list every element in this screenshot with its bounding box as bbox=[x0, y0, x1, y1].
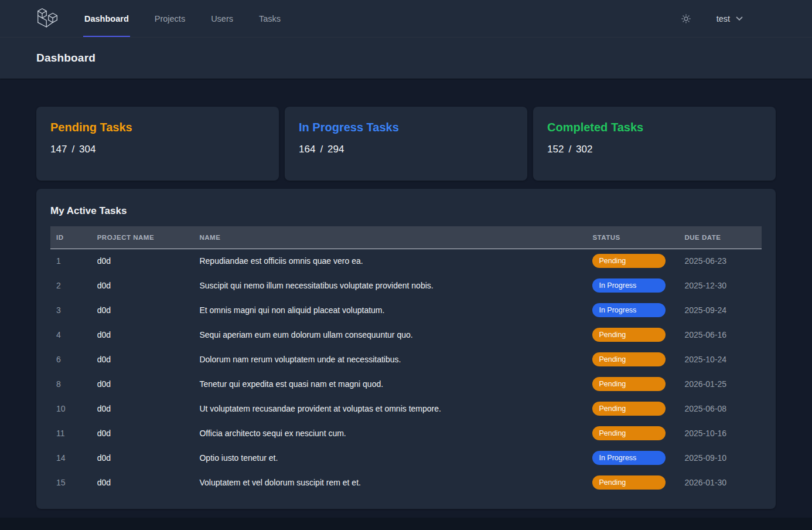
cell-due-date: 2025-06-08 bbox=[679, 396, 762, 421]
nav-links: DashboardProjectsUsersTasks bbox=[83, 0, 282, 37]
cell-task-name: Tenetur qui expedita est quasi nam et ma… bbox=[193, 372, 586, 396]
cell-id: 14 bbox=[50, 446, 91, 470]
cell-due-date: 2025-09-10 bbox=[679, 446, 762, 470]
cell-task-name: Dolorum nam rerum voluptatem unde at nec… bbox=[193, 347, 586, 372]
cell-task-name: Repudiandae est officiis omnis quae vero… bbox=[193, 249, 586, 273]
table-row[interactable]: 3 d0d Et omnis magni qui non aliquid pla… bbox=[50, 298, 762, 322]
table-header-row: ID PROJECT NAME NAME STATUS DUE DATE bbox=[50, 226, 762, 249]
cell-id: 4 bbox=[50, 322, 91, 347]
cell-project-name: d0d bbox=[91, 322, 194, 347]
user-menu-button[interactable]: test bbox=[717, 14, 743, 23]
cell-status: Pending bbox=[586, 347, 678, 372]
column-header-due-date: DUE DATE bbox=[679, 226, 762, 249]
cell-task-name: Officia architecto sequi ex nesciunt cum… bbox=[193, 421, 586, 446]
stat-separator: / bbox=[71, 144, 74, 155]
page-title: Dashboard bbox=[36, 52, 776, 64]
status-badge: In Progress bbox=[592, 303, 666, 317]
cell-id: 10 bbox=[50, 396, 91, 421]
status-badge: In Progress bbox=[592, 278, 666, 293]
table-row[interactable]: 6 d0d Dolorum nam rerum voluptatem unde … bbox=[50, 347, 762, 372]
cell-due-date: 2025-06-16 bbox=[679, 322, 762, 347]
stat-card-title: Pending Tasks bbox=[50, 121, 265, 134]
cell-task-name: Sequi aperiam eum eum dolorum ullam cons… bbox=[193, 322, 586, 347]
cell-status: Pending bbox=[586, 372, 678, 396]
cell-id: 1 bbox=[50, 249, 91, 273]
top-navbar: DashboardProjectsUsersTasks test bbox=[0, 0, 812, 38]
theme-toggle-button[interactable] bbox=[680, 13, 692, 25]
stat-card-title: Completed Tasks bbox=[547, 121, 762, 134]
cell-status: In Progress bbox=[586, 446, 678, 470]
cell-status: In Progress bbox=[586, 298, 678, 322]
chevron-down-icon bbox=[736, 16, 743, 21]
nav-item-tasks[interactable]: Tasks bbox=[258, 0, 282, 37]
nav-item-projects[interactable]: Projects bbox=[153, 0, 186, 37]
column-header-status: STATUS bbox=[586, 226, 678, 249]
nav-item-dashboard[interactable]: Dashboard bbox=[83, 0, 130, 37]
cell-id: 2 bbox=[50, 273, 91, 298]
cell-id: 11 bbox=[50, 421, 91, 446]
status-badge: Pending bbox=[592, 377, 666, 391]
stat-cards: Pending Tasks 147 / 304 In Progress Task… bbox=[36, 107, 776, 181]
stat-count: 164 bbox=[299, 144, 315, 155]
cell-project-name: d0d bbox=[91, 446, 194, 470]
cell-status: Pending bbox=[586, 470, 678, 495]
cell-id: 15 bbox=[50, 470, 91, 495]
stat-card-value: 152 / 302 bbox=[547, 144, 762, 155]
nav-item-users[interactable]: Users bbox=[210, 0, 234, 37]
stat-total: 304 bbox=[79, 144, 95, 155]
cell-due-date: 2025-06-23 bbox=[679, 249, 762, 273]
cell-project-name: d0d bbox=[91, 249, 194, 273]
stat-card-pending-tasks: Pending Tasks 147 / 304 bbox=[36, 107, 279, 181]
cell-project-name: d0d bbox=[91, 470, 194, 495]
status-badge: Pending bbox=[592, 402, 666, 416]
column-header-project-name: PROJECT NAME bbox=[91, 226, 194, 249]
table-row[interactable]: 14 d0d Optio iusto tenetur et. In Progre… bbox=[50, 446, 762, 470]
status-badge: Pending bbox=[592, 426, 666, 440]
cell-due-date: 2025-10-16 bbox=[679, 421, 762, 446]
status-badge: Pending bbox=[592, 254, 666, 268]
table-row[interactable]: 10 d0d Ut voluptatem recusandae providen… bbox=[50, 396, 762, 421]
status-badge: Pending bbox=[592, 328, 666, 342]
stat-card-value: 164 / 294 bbox=[299, 144, 513, 155]
laravel-logo[interactable] bbox=[36, 0, 59, 37]
table-row[interactable]: 15 d0d Voluptatem et vel dolorum suscipi… bbox=[50, 470, 762, 495]
table-row[interactable]: 8 d0d Tenetur qui expedita est quasi nam… bbox=[50, 372, 762, 396]
active-tasks-table: ID PROJECT NAME NAME STATUS DUE DATE 1 d… bbox=[50, 226, 762, 495]
stat-total: 294 bbox=[327, 144, 344, 155]
active-tasks-card: My Active Tasks ID PROJECT NAME NAME STA… bbox=[36, 189, 776, 509]
page: DashboardProjectsUsersTasks test Dashboa… bbox=[0, 0, 812, 518]
cell-project-name: d0d bbox=[91, 298, 194, 322]
cell-status: Pending bbox=[586, 322, 678, 347]
table-row[interactable]: 4 d0d Sequi aperiam eum eum dolorum ulla… bbox=[50, 322, 762, 347]
status-badge: Pending bbox=[592, 352, 666, 366]
stat-count: 152 bbox=[547, 144, 564, 155]
cell-due-date: 2026-01-30 bbox=[679, 470, 762, 495]
cell-due-date: 2026-01-25 bbox=[679, 372, 762, 396]
stat-separator: / bbox=[568, 144, 571, 155]
cell-status: Pending bbox=[586, 249, 678, 273]
cell-project-name: d0d bbox=[91, 347, 194, 372]
page-header: Dashboard bbox=[0, 38, 812, 79]
status-badge: Pending bbox=[592, 475, 666, 490]
stat-card-completed-tasks: Completed Tasks 152 / 302 bbox=[533, 107, 776, 181]
cell-id: 8 bbox=[50, 372, 91, 396]
stat-total: 302 bbox=[576, 144, 592, 155]
cell-status: Pending bbox=[586, 421, 678, 446]
cell-due-date: 2025-12-30 bbox=[679, 273, 762, 298]
table-row[interactable]: 11 d0d Officia architecto sequi ex nesci… bbox=[50, 421, 762, 446]
stat-card-value: 147 / 304 bbox=[50, 144, 265, 155]
cell-task-name: Voluptatem et vel dolorum suscipit rem e… bbox=[193, 470, 586, 495]
stat-count: 147 bbox=[50, 144, 67, 155]
table-row[interactable]: 2 d0d Suscipit qui nemo illum necessitat… bbox=[50, 273, 762, 298]
cell-task-name: Ut voluptatem recusandae provident at vo… bbox=[193, 396, 586, 421]
stat-card-in-progress-tasks: In Progress Tasks 164 / 294 bbox=[285, 107, 527, 181]
cell-project-name: d0d bbox=[91, 273, 194, 298]
stat-separator: / bbox=[320, 144, 323, 155]
cell-id: 3 bbox=[50, 298, 91, 322]
table-row[interactable]: 1 d0d Repudiandae est officiis omnis qua… bbox=[50, 249, 762, 273]
status-badge: In Progress bbox=[592, 451, 666, 465]
cell-project-name: d0d bbox=[91, 372, 194, 396]
cell-status: In Progress bbox=[586, 273, 678, 298]
cell-status: Pending bbox=[586, 396, 678, 421]
user-name: test bbox=[717, 14, 730, 23]
